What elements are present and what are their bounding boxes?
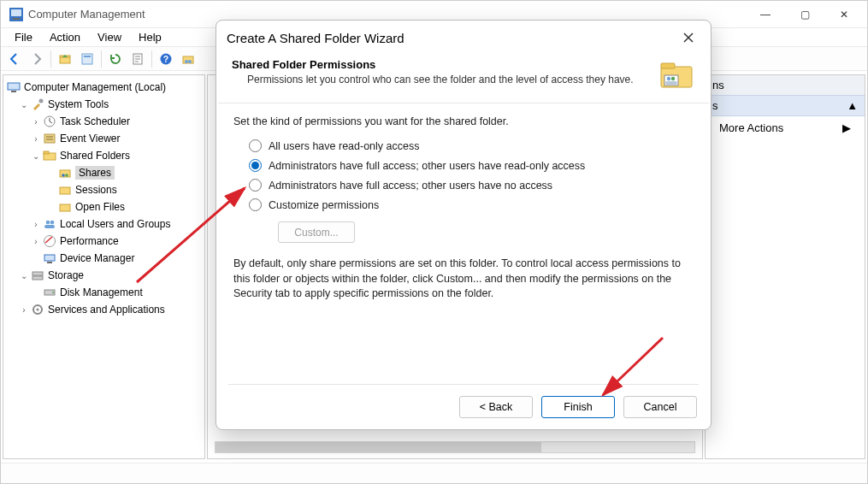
svg-point-27 <box>44 236 56 247</box>
finish-button[interactable]: Finish <box>541 396 615 418</box>
tree-device-manager[interactable]: Device Manager <box>5 250 203 267</box>
svg-rect-16 <box>44 134 55 143</box>
svg-rect-1 <box>11 9 21 16</box>
svg-point-11 <box>188 60 192 63</box>
menu-help[interactable]: Help <box>130 29 170 45</box>
svg-rect-4 <box>82 54 92 64</box>
device-icon <box>43 251 56 265</box>
tree-performance[interactable]: ›Performance <box>5 233 203 250</box>
svg-rect-9 <box>183 56 193 63</box>
tree-disk-management[interactable]: Disk Management <box>5 284 203 301</box>
help-button[interactable]: ? <box>156 49 176 69</box>
radio-admin-full-read[interactable] <box>249 159 262 172</box>
up-button[interactable] <box>55 49 75 69</box>
services-icon <box>31 303 44 316</box>
dialog-title: Create A Shared Folder Wizard <box>227 31 404 45</box>
svg-rect-23 <box>60 204 70 211</box>
new-share-button[interactable] <box>178 49 198 69</box>
option-admin-full-read[interactable]: Administrators have full access; other u… <box>249 159 694 172</box>
svg-rect-30 <box>32 272 43 275</box>
svg-point-33 <box>52 292 54 293</box>
computer-icon <box>7 80 21 94</box>
open-files-icon <box>58 200 72 214</box>
event-icon <box>43 132 56 145</box>
refresh-button[interactable] <box>105 49 126 69</box>
tools-icon <box>31 97 44 111</box>
disk-icon <box>43 286 56 299</box>
option-admin-full-none[interactable]: Administrators have full access; other u… <box>249 179 694 192</box>
svg-point-20 <box>62 174 65 177</box>
svg-point-35 <box>37 309 39 311</box>
actions-more[interactable]: More Actions ▶ <box>706 116 865 139</box>
menu-action[interactable]: Action <box>41 29 89 45</box>
shared-folder-large-icon <box>658 58 695 92</box>
tree-system-tools[interactable]: ⌄System Tools <box>5 96 203 113</box>
tree-shares[interactable]: Shares <box>5 164 203 181</box>
performance-icon <box>43 234 56 248</box>
option-read-only[interactable]: All users have read-only access <box>249 139 694 152</box>
users-icon <box>43 217 56 231</box>
storage-icon <box>31 269 44 282</box>
export-button[interactable] <box>127 49 148 69</box>
forward-button[interactable] <box>27 49 47 69</box>
cancel-button[interactable]: Cancel <box>623 396 697 418</box>
svg-rect-2 <box>13 18 20 20</box>
option-customize[interactable]: Customize permissions <box>249 198 694 211</box>
svg-point-39 <box>667 77 670 80</box>
svg-rect-31 <box>32 276 43 280</box>
svg-rect-29 <box>47 262 52 263</box>
actions-section[interactable]: s ▲ <box>706 95 865 116</box>
svg-rect-19 <box>60 170 70 177</box>
back-button[interactable] <box>4 49 25 69</box>
tree-local-users[interactable]: ›Local Users and Groups <box>5 215 203 233</box>
svg-rect-12 <box>8 83 20 90</box>
radio-admin-full-none[interactable] <box>249 179 262 192</box>
tree-shared-folders[interactable]: ⌄Shared Folders <box>5 147 203 164</box>
minimize-button[interactable]: — <box>746 1 785 28</box>
custom-button: Custom... <box>278 221 355 243</box>
radio-customize[interactable] <box>249 198 262 211</box>
svg-rect-37 <box>661 63 675 68</box>
tree-storage[interactable]: ⌄Storage <box>5 267 203 284</box>
wizard-dialog: Create A Shared Folder Wizard Shared Fol… <box>216 20 712 430</box>
svg-rect-18 <box>44 151 49 154</box>
app-icon <box>9 8 23 21</box>
collapse-icon: ▲ <box>847 99 858 112</box>
tree-services-apps[interactable]: ›Services and Applications <box>5 301 203 318</box>
svg-point-10 <box>185 60 188 63</box>
tree-open-files[interactable]: Open Files <box>5 198 203 215</box>
dialog-close-button[interactable] <box>676 26 700 50</box>
svg-point-14 <box>39 99 44 103</box>
properties-button[interactable] <box>77 49 97 69</box>
sessions-icon <box>58 183 72 197</box>
svg-point-24 <box>46 221 50 225</box>
back-button[interactable]: < Back <box>459 396 533 418</box>
tree-event-viewer[interactable]: ›Event Viewer <box>5 130 203 147</box>
menu-file[interactable]: File <box>6 29 41 45</box>
actions-header: ns <box>706 75 865 95</box>
maximize-button[interactable]: ▢ <box>785 1 824 28</box>
close-button[interactable]: ✕ <box>824 1 864 28</box>
wizard-subheading: Permissions let you control who can see … <box>232 73 651 86</box>
horizontal-scrollbar[interactable] <box>215 441 695 453</box>
wizard-note: By default, only share permissions are s… <box>233 257 694 302</box>
close-icon <box>682 32 694 44</box>
statusbar <box>1 463 867 483</box>
svg-rect-41 <box>665 81 677 85</box>
svg-rect-13 <box>11 91 16 92</box>
svg-text:?: ? <box>163 55 168 64</box>
radio-read-only[interactable] <box>249 139 262 152</box>
chevron-right-icon: ▶ <box>842 121 851 134</box>
svg-rect-5 <box>84 56 91 57</box>
menu-view[interactable]: View <box>89 29 130 45</box>
svg-point-21 <box>65 174 68 177</box>
shares-icon <box>58 166 72 180</box>
svg-point-25 <box>50 221 55 225</box>
window-title: Computer Management <box>28 8 145 21</box>
nav-tree[interactable]: Computer Management (Local) ⌄System Tool… <box>3 74 205 459</box>
wizard-heading: Shared Folder Permissions <box>232 58 651 71</box>
tree-root[interactable]: Computer Management (Local) <box>5 79 203 96</box>
actions-pane: ns s ▲ More Actions ▶ <box>705 74 865 459</box>
tree-task-scheduler[interactable]: ›Task Scheduler <box>5 113 203 130</box>
tree-sessions[interactable]: Sessions <box>5 181 203 198</box>
